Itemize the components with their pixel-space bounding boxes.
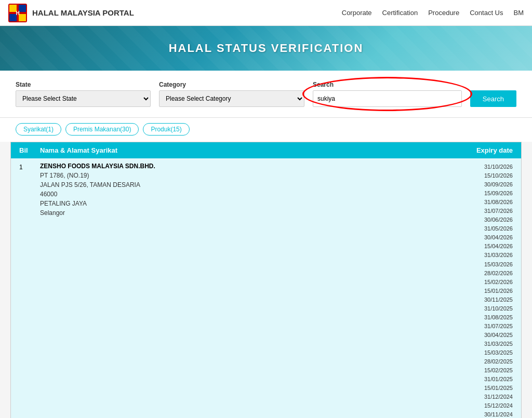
expiry-date: 15/02/2026 xyxy=(461,278,513,287)
expiry-date: 31/08/2025 xyxy=(461,313,513,322)
state-label: State xyxy=(16,81,151,88)
expiry-date: 31/05/2026 xyxy=(461,224,513,233)
address-line1: PT 1786, (NO.19) xyxy=(40,172,89,179)
filter-tab-premis[interactable]: Premis Makanan(30) xyxy=(65,123,139,136)
expiry-date: 15/04/2026 xyxy=(461,242,513,251)
expiry-dates-column: 31/10/202615/10/202630/09/202615/09/2026… xyxy=(461,163,513,418)
filter-tab-syarikat[interactable]: Syarikat(1) xyxy=(16,123,61,136)
expiry-date: 30/04/2026 xyxy=(461,233,513,242)
search-button[interactable]: Search xyxy=(470,90,516,107)
category-select[interactable]: Please Select Category xyxy=(159,90,304,107)
expiry-date: 31/07/2025 xyxy=(461,322,513,331)
address-line3: 46000 xyxy=(40,191,57,198)
main-nav: Corporate Certification Procedure Contac… xyxy=(342,9,524,17)
col-header-expiry: Expiry date xyxy=(461,146,513,154)
address-line2: JALAN PJS 5/26, TAMAN DESARIA xyxy=(40,181,140,188)
table-body: 1 ZENSHO FOODS MALAYSIA SDN.BHD. PT 1786… xyxy=(11,158,521,418)
expiry-date: 30/09/2026 xyxy=(461,180,513,189)
filter-tab-produk[interactable]: Produk(15) xyxy=(143,123,189,136)
expiry-date: 30/11/2025 xyxy=(461,295,513,304)
row-company-info: ZENSHO FOODS MALAYSIA SDN.BHD. PT 1786, … xyxy=(40,163,461,418)
expiry-date: 31/10/2025 xyxy=(461,304,513,313)
results-table: Bil Nama & Alamat Syarikat Expiry date 1… xyxy=(10,142,522,418)
company-name: ZENSHO FOODS MALAYSIA SDN.BHD. xyxy=(40,163,461,170)
expiry-date: 28/02/2026 xyxy=(461,269,513,278)
filter-tabs: Syarikat(1) Premis Makanan(30) Produk(15… xyxy=(0,118,532,142)
svg-rect-2 xyxy=(19,5,26,12)
expiry-date: 15/03/2025 xyxy=(461,348,513,357)
expiry-date: 31/10/2026 xyxy=(461,163,513,171)
site-title: HALAL MALAYSIA PORTAL xyxy=(32,8,134,17)
search-section: State Please Select State Category Pleas… xyxy=(0,71,532,118)
expiry-date: 15/10/2026 xyxy=(461,171,513,180)
nav-certification[interactable]: Certification xyxy=(382,9,418,17)
expiry-date: 30/11/2024 xyxy=(461,410,513,418)
expiry-date: 31/07/2026 xyxy=(461,207,513,215)
search-label: Search xyxy=(313,81,462,88)
expiry-date: 15/09/2026 xyxy=(461,189,513,198)
expiry-date: 15/01/2025 xyxy=(461,384,513,393)
address-line5: Selangor xyxy=(40,209,65,217)
expiry-date: 15/01/2026 xyxy=(461,287,513,295)
expiry-date: 30/06/2026 xyxy=(461,215,513,224)
col-header-name: Nama & Alamat Syarikat xyxy=(40,146,461,154)
logo-area: H HALAL MALAYSIA PORTAL xyxy=(8,4,134,22)
row-bil: 1 xyxy=(19,163,40,418)
state-field-group: State Please Select State xyxy=(16,81,151,107)
nav-corporate[interactable]: Corporate xyxy=(342,9,372,17)
nav-contact[interactable]: Contact Us xyxy=(470,9,503,17)
expiry-date: 31/03/2026 xyxy=(461,251,513,260)
svg-text:H: H xyxy=(16,10,19,16)
search-field-group: Search xyxy=(313,81,462,107)
hero-title: HALAL STATUS VERIFICATION xyxy=(10,42,522,55)
hero-banner: HALAL STATUS VERIFICATION xyxy=(0,26,532,71)
expiry-date: 15/03/2026 xyxy=(461,260,513,269)
expiry-date: 28/02/2025 xyxy=(461,357,513,366)
expiry-date: 31/01/2025 xyxy=(461,375,513,384)
nav-bm[interactable]: BM xyxy=(514,9,524,17)
svg-rect-4 xyxy=(19,14,26,21)
col-header-bil: Bil xyxy=(19,146,40,154)
expiry-date: 31/03/2025 xyxy=(461,340,513,348)
search-input[interactable] xyxy=(313,90,462,107)
table-header: Bil Nama & Alamat Syarikat Expiry date xyxy=(11,142,521,158)
category-label: Category xyxy=(159,81,304,88)
expiry-date: 31/12/2024 xyxy=(461,393,513,401)
expiry-date: 15/12/2024 xyxy=(461,401,513,410)
address-line4: PETALING JAYA xyxy=(40,200,87,207)
logo-icon: H xyxy=(8,4,27,22)
state-select[interactable]: Please Select State xyxy=(16,90,151,107)
nav-procedure[interactable]: Procedure xyxy=(428,9,459,17)
site-header: H HALAL MALAYSIA PORTAL Corporate Certif… xyxy=(0,0,532,26)
company-address: PT 1786, (NO.19) JALAN PJS 5/26, TAMAN D… xyxy=(40,171,461,218)
search-row: State Please Select State Category Pleas… xyxy=(16,81,516,107)
expiry-date: 15/02/2025 xyxy=(461,366,513,375)
category-field-group: Category Please Select Category xyxy=(159,81,304,107)
expiry-date: 30/04/2025 xyxy=(461,331,513,340)
expiry-date: 31/08/2026 xyxy=(461,198,513,207)
